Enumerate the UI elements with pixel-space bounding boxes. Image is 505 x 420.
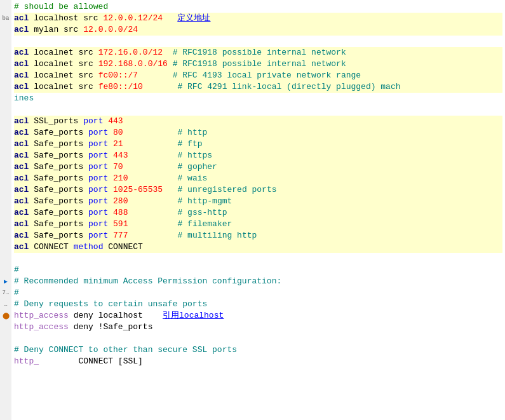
indicator-21 — [0, 230, 11, 241]
line11-kw: port — [83, 116, 103, 127]
code-line-5: acl localnet src 172.16.0.0/12 # RFC1918… — [14, 47, 502, 58]
indicator-26: 7… — [0, 287, 11, 299]
line19-kw: port — [88, 207, 108, 219]
line14-space — [108, 150, 113, 161]
code-line-23 — [14, 253, 502, 264]
line8-text: localnet src — [29, 81, 98, 93]
kw-acl-18: acl — [14, 241, 29, 253]
line12-s2 — [123, 127, 178, 139]
kw-acl-6: acl — [14, 81, 29, 93]
indicator-28 — [0, 322, 11, 333]
line18-kw: port — [88, 196, 108, 207]
indicator-3 — [0, 24, 11, 36]
code-line-12: acl Safe_ports port 80 # http — [14, 127, 502, 139]
line15-kw: port — [88, 161, 108, 173]
code-line-24: # — [14, 264, 502, 276]
line16-kw: port — [88, 173, 108, 184]
line2-ref[interactable]: 定义地址 — [177, 13, 210, 24]
indicator-19 — [0, 207, 11, 219]
line13-comment: # ftp — [178, 139, 203, 150]
code-line-30 — [14, 333, 502, 344]
indicator-23 — [0, 253, 11, 264]
indicator-22 — [0, 241, 11, 253]
indicator-6 — [0, 58, 11, 70]
indicator-12 — [0, 127, 11, 139]
line14-s2 — [128, 150, 177, 161]
indicator-30 — [0, 344, 11, 356]
line-indicators: ba ▶ 7… … ⬤ — [0, 0, 11, 420]
code-line-31: # Deny CONNECT to other than secure SSL … — [14, 344, 502, 356]
line14-comment: # https — [177, 150, 212, 161]
indicator-1 — [0, 1, 11, 13]
kw-acl-12: acl — [14, 173, 29, 184]
line12-kw: port — [88, 127, 108, 139]
code-line-17: acl Safe_ports port 1025-65535 # unregis… — [14, 184, 502, 196]
line28-kw: http_access — [14, 310, 69, 322]
code-line-16: acl Safe_ports port 210 # wais — [14, 173, 502, 184]
kw-acl-14: acl — [14, 196, 29, 207]
line7-text: localnet src — [29, 70, 98, 81]
line15-s2 — [123, 161, 178, 173]
code-line-7: acl localnet src fc00::/7 # RFC 4193 loc… — [14, 70, 502, 81]
code-line-22: acl CONNECT method CONNECT — [14, 241, 502, 253]
line7-ip: fc00::/7 — [98, 70, 138, 81]
code-line-2: acl localhost src 12.0.0.12/24 定义地址 — [14, 13, 502, 24]
line29-kw: http_access — [14, 322, 69, 333]
line31-comment: # Deny CONNECT to other than secure SSL … — [14, 344, 237, 356]
line21-kw: port — [88, 230, 108, 241]
line20-port: 591 — [113, 219, 128, 230]
line13-text: Safe_ports — [29, 139, 88, 150]
line19-s2 — [128, 207, 177, 219]
line11-space — [103, 116, 108, 127]
code-line-15: acl Safe_ports port 70 # gopher — [14, 161, 502, 173]
line18-comment: # http-mgmt — [177, 196, 232, 207]
code-line-32: http_ CONNECT [SSL] — [14, 356, 502, 367]
indicator-5 — [0, 47, 11, 58]
line20-text: Safe_ports — [29, 219, 88, 230]
kw-acl-9: acl — [14, 139, 29, 150]
line7-space — [138, 70, 173, 81]
kw-acl-15: acl — [14, 207, 29, 219]
indicator-8 — [0, 81, 11, 93]
line6-text: localnet src — [29, 58, 98, 70]
code-area: # should be allowed acl localhost src 12… — [11, 0, 505, 420]
kw-acl-16: acl — [14, 219, 29, 230]
line21-text: Safe_ports — [29, 230, 88, 241]
code-line-20: acl Safe_ports port 591 # filemaker — [14, 219, 502, 230]
line14-text: Safe_ports — [29, 150, 88, 161]
line28-ref[interactable]: 引用localhost — [163, 310, 224, 322]
line5-ip: 172.16.0.0/12 — [98, 47, 163, 58]
line28-text: deny localhost — [69, 310, 163, 322]
kw-acl-3: acl — [14, 47, 29, 58]
code-line-19: acl Safe_ports port 488 # gss-http — [14, 207, 502, 219]
indicator-27: … — [0, 299, 11, 310]
line17-comment: # unregistered ports — [177, 184, 276, 196]
line8-comment: # RFC 4291 link-local (directly plugged)… — [177, 81, 400, 93]
kw-acl-13: acl — [14, 184, 29, 196]
line29-text: deny !Safe_ports — [69, 322, 153, 333]
code-line-25: # Recommended minimum Access Permission … — [14, 276, 502, 287]
code-line-21: acl Safe_ports port 777 # multiling http — [14, 230, 502, 241]
code-line-8: acl localnet src fe80::/10 # RFC 4291 li… — [14, 81, 502, 93]
code-line-26: # — [14, 287, 502, 299]
indicator-2: ba — [0, 13, 11, 24]
line9-text: ines — [14, 93, 34, 104]
line16-port: 210 — [113, 173, 128, 184]
kw-acl-5: acl — [14, 70, 29, 81]
line17-s2 — [163, 184, 177, 196]
code-line-14: acl Safe_ports port 443 # https — [14, 150, 502, 161]
line11-port: 443 — [108, 116, 123, 127]
line25-comment: # Recommended minimum Access Permission … — [14, 276, 281, 287]
code-line-1: # should be allowed — [14, 1, 502, 13]
code-line-6: acl localnet src 192.168.0.0/16 # RFC191… — [14, 58, 502, 70]
line12-space — [108, 127, 113, 139]
line16-space — [108, 173, 113, 184]
line3-ip: 12.0.0.0/24 — [83, 24, 138, 36]
indicator-11 — [0, 116, 11, 127]
indicator-17 — [0, 184, 11, 196]
line20-comment: # filemaker — [177, 219, 232, 230]
code-line-18: acl Safe_ports port 280 # http-mgmt — [14, 196, 502, 207]
kw-acl-8: acl — [14, 127, 29, 139]
line18-s2 — [128, 196, 177, 207]
line5-space — [163, 47, 173, 58]
